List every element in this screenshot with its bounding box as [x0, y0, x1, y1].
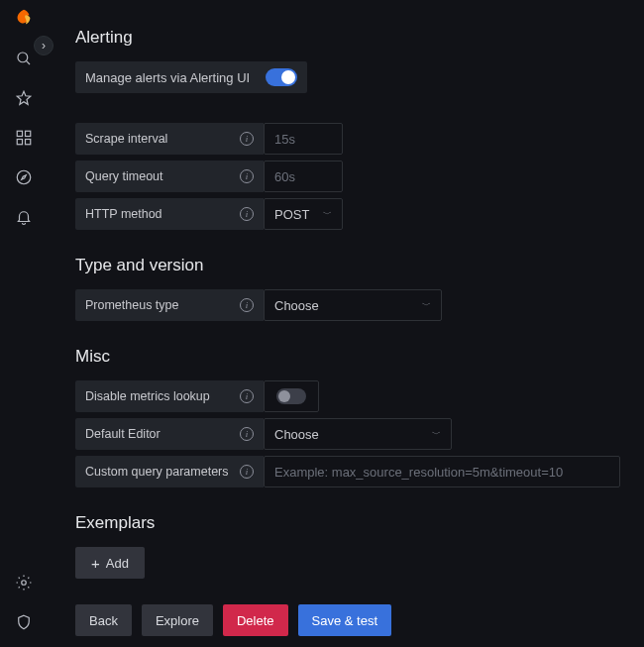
- disable-lookup-toggle-wrap: [264, 380, 319, 412]
- default-editor-label: Default Editor i: [75, 418, 264, 450]
- info-icon[interactable]: i: [240, 427, 254, 441]
- scrape-interval-label: Scrape interval i: [75, 123, 264, 155]
- explore-icon[interactable]: [13, 166, 35, 188]
- delete-button[interactable]: Delete: [223, 604, 288, 636]
- disable-lookup-label: Disable metrics lookup i: [75, 380, 264, 412]
- sidenav: ›: [0, 0, 48, 647]
- chevron-down-icon: ﹀: [422, 299, 431, 312]
- prometheus-type-select[interactable]: Choose ﹀: [264, 289, 442, 321]
- grafana-logo-icon[interactable]: [13, 8, 35, 30]
- query-timeout-input[interactable]: [264, 161, 343, 192]
- svg-rect-3: [17, 131, 22, 136]
- manage-alerts-toggle[interactable]: [266, 68, 297, 86]
- svg-rect-4: [26, 131, 31, 136]
- chevron-down-icon: ﹀: [323, 208, 332, 221]
- gear-icon[interactable]: [13, 572, 35, 593]
- info-icon[interactable]: i: [240, 207, 254, 221]
- explore-button[interactable]: Explore: [142, 604, 213, 636]
- info-icon[interactable]: i: [240, 132, 254, 146]
- chevron-down-icon: ﹀: [432, 428, 441, 441]
- section-title-alerting: Alerting: [75, 28, 620, 48]
- disable-lookup-toggle[interactable]: [276, 388, 306, 404]
- plus-icon: +: [91, 556, 100, 571]
- info-icon[interactable]: i: [240, 389, 254, 403]
- alert-bell-icon[interactable]: [13, 206, 35, 228]
- scrape-interval-input[interactable]: [264, 123, 343, 155]
- http-method-select[interactable]: POST ﹀: [264, 198, 343, 230]
- svg-rect-5: [17, 140, 22, 145]
- info-icon[interactable]: i: [240, 465, 254, 479]
- manage-alerts-label: Manage alerts via Alerting UI: [85, 70, 250, 85]
- main-content: Alerting Manage alerts via Alerting UI S…: [48, 0, 644, 647]
- svg-marker-2: [17, 91, 31, 104]
- star-icon[interactable]: [13, 87, 35, 109]
- svg-marker-8: [22, 175, 27, 180]
- svg-point-7: [17, 170, 31, 184]
- section-title-misc: Misc: [75, 347, 620, 367]
- default-editor-select[interactable]: Choose ﹀: [264, 418, 452, 450]
- chevron-right-icon: ›: [42, 39, 46, 53]
- action-bar: Back Explore Delete Save & test: [75, 604, 620, 636]
- section-title-type-version: Type and version: [75, 256, 620, 275]
- svg-rect-6: [26, 140, 31, 145]
- http-method-label: HTTP method i: [75, 198, 264, 230]
- prometheus-type-label: Prometheus type i: [75, 289, 264, 321]
- svg-point-9: [22, 581, 27, 586]
- info-icon[interactable]: i: [240, 298, 254, 312]
- save-test-button[interactable]: Save & test: [298, 604, 391, 636]
- custom-query-input[interactable]: [264, 456, 620, 487]
- shield-icon[interactable]: [13, 611, 35, 633]
- info-icon[interactable]: i: [240, 169, 254, 183]
- section-title-exemplars: Exemplars: [75, 513, 620, 533]
- back-button[interactable]: Back: [75, 604, 132, 636]
- custom-query-label: Custom query parameters i: [75, 456, 264, 487]
- search-icon[interactable]: [13, 48, 35, 69]
- sidenav-expand-button[interactable]: ›: [34, 36, 54, 55]
- add-exemplar-button[interactable]: + Add: [75, 547, 145, 579]
- manage-alerts-toggle-row: Manage alerts via Alerting UI: [75, 61, 307, 93]
- svg-line-1: [26, 60, 30, 64]
- dashboards-icon[interactable]: [13, 127, 35, 149]
- query-timeout-label: Query timeout i: [75, 161, 264, 192]
- svg-point-0: [18, 53, 28, 62]
